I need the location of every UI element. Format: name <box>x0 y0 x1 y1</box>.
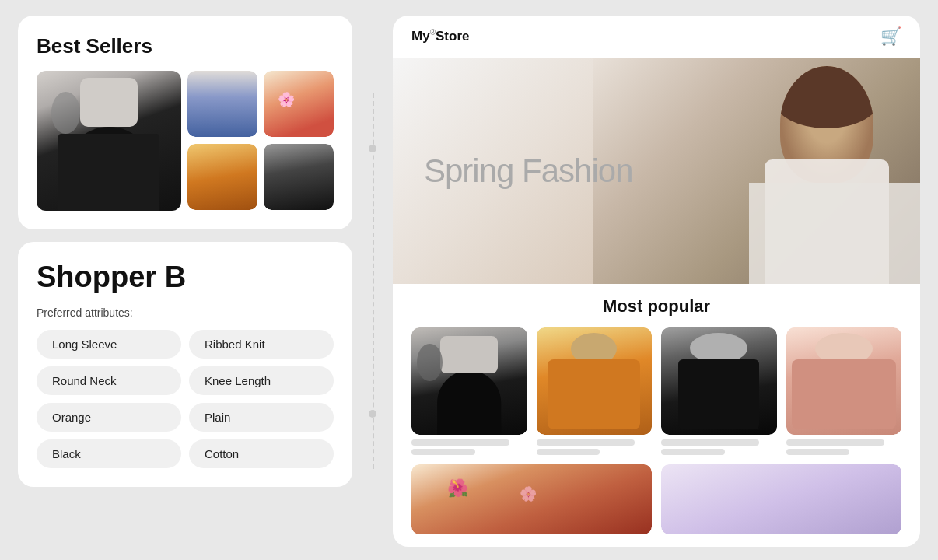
attribute-plain: Plain <box>189 403 334 432</box>
store-header: My®Store 🛒 <box>393 16 920 58</box>
product-image-1 <box>411 327 527 435</box>
cart-icon[interactable]: 🛒 <box>880 26 901 47</box>
attribute-long-sleeve: Long Sleeve <box>37 330 181 359</box>
attributes-grid: Long Sleeve Ribbed Knit Round Neck Knee … <box>37 330 334 468</box>
product-price-line-4 <box>786 449 850 455</box>
attribute-ribbed-knit: Ribbed Knit <box>189 330 334 359</box>
most-popular-section: Most popular <box>393 284 920 547</box>
hero-text: Spring Fashion <box>424 152 633 190</box>
product-title-line-3 <box>661 439 759 446</box>
product-card-2[interactable] <box>537 327 653 455</box>
product-image-3 <box>661 327 777 435</box>
main-container: Best Sellers 🌸 <box>18 16 920 547</box>
bottom-product-1[interactable]: 🌺 🌸 <box>411 464 652 534</box>
connector-dot-2 <box>369 410 376 418</box>
shopper-name: Shopper B <box>37 261 334 294</box>
product-title-line-4 <box>786 439 884 446</box>
product-card-1[interactable] <box>411 327 527 455</box>
best-sellers-card: Best Sellers 🌸 <box>18 16 352 229</box>
product-card-3[interactable] <box>661 327 777 455</box>
shopper-card: Shopper B Preferred attributes: Long Sle… <box>18 242 352 487</box>
best-seller-thumb-2: 🌸 <box>264 71 334 137</box>
best-sellers-grid: 🌸 <box>37 71 334 211</box>
products-grid <box>411 327 901 455</box>
hero-section: Spring Fashion <box>393 58 920 284</box>
attribute-knee-length: Knee Length <box>189 366 334 395</box>
best-sellers-title: Best Sellers <box>37 34 334 58</box>
best-seller-main-image <box>37 71 181 211</box>
most-popular-title: Most popular <box>411 296 901 317</box>
attribute-round-neck: Round Neck <box>37 366 181 395</box>
product-info-2 <box>537 439 653 455</box>
product-card-4[interactable] <box>786 327 902 455</box>
product-info-3 <box>661 439 777 455</box>
product-info-1 <box>411 439 527 455</box>
connector <box>365 16 380 547</box>
bottom-product-2[interactable] <box>661 464 901 534</box>
product-image-4 <box>786 327 902 435</box>
connector-dot-1 <box>369 145 376 152</box>
product-title-line-2 <box>537 439 635 446</box>
left-panel: Best Sellers 🌸 <box>18 16 352 547</box>
best-seller-thumb-4 <box>264 144 334 210</box>
store-logo: My®Store <box>411 29 469 45</box>
attribute-orange: Orange <box>37 403 181 432</box>
best-seller-thumb-3 <box>187 144 257 210</box>
store-name-text: My®Store <box>411 29 469 44</box>
product-price-line-1 <box>411 449 475 455</box>
product-price-line-2 <box>537 449 600 455</box>
best-seller-thumb-1 <box>187 71 257 137</box>
attribute-cotton: Cotton <box>189 439 334 468</box>
product-price-line-3 <box>661 449 725 455</box>
preferred-label: Preferred attributes: <box>37 306 334 319</box>
product-title-line-1 <box>411 439 509 446</box>
bottom-products: 🌺 🌸 <box>411 464 901 534</box>
product-info-4 <box>786 439 902 455</box>
right-panel: My®Store 🛒 Spring Fashion Most popular <box>393 16 920 547</box>
product-image-2 <box>537 327 653 435</box>
attribute-black: Black <box>37 439 181 468</box>
